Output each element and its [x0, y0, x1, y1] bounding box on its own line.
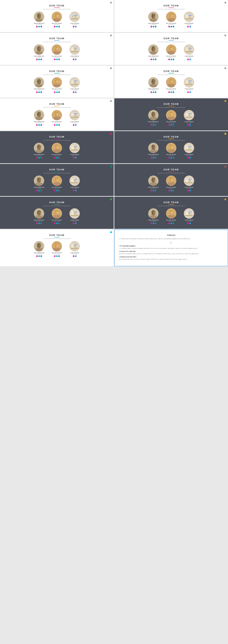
social-icons-william-8: f t in [164, 124, 178, 126]
avatar-william-11 [52, 176, 62, 186]
member-william-5: WILLIAM LARSON Design Manager f t in [50, 77, 64, 93]
slide-6: OUR TEAM You can write your subtitle and… [114, 66, 228, 98]
social-icons-anna-14: f t in [146, 222, 160, 224]
member-william-1: WILLIAM LARSON Design Manager f t in [50, 12, 64, 28]
svg-rect-6 [55, 13, 56, 18]
social-icons-laura-3: f t [68, 59, 82, 60]
slide-dot-13 [110, 198, 112, 200]
avatar-anna-6 [148, 77, 158, 88]
social-icons-anna-1: f t in [32, 26, 46, 28]
svg-rect-126 [170, 111, 171, 116]
member-role-william-6: Design Manager [164, 90, 178, 91]
member-role-william-5: Design Manager [50, 90, 64, 91]
avatar-laura-10 [184, 143, 194, 153]
svg-point-174 [40, 180, 40, 181]
svg-rect-68 [185, 51, 193, 52]
svg-rect-133 [188, 113, 192, 114]
svg-point-230 [171, 212, 172, 213]
member-william-4: WILLIAM LARSON Design Manager f t in [164, 44, 178, 60]
member-name-laura-15: LAURA HENSON [68, 252, 82, 254]
social-icon-tw-l[interactable]: t [75, 26, 76, 28]
social-icons-anna-4: f t in [146, 59, 160, 60]
avatar-anna-8 [148, 110, 158, 120]
member-name-anna-7: ANNA ROBERTSON [32, 121, 46, 122]
slide-title-15: OUR TEAM [5, 234, 108, 236]
social-icon-fb-l[interactable]: f [73, 26, 74, 28]
member-anna-12: ANNA ROBERTSON General Manager f t in [146, 176, 160, 192]
avatar-laura-15 [70, 241, 80, 252]
member-role-laura-14: Dev. Manager [182, 221, 196, 222]
social-icons-william-14: f t in [164, 222, 178, 224]
social-icons-laura-9: f t [68, 157, 82, 158]
avatar-laura-1 [70, 12, 80, 22]
svg-rect-88 [152, 80, 153, 83]
slide-title-7: OUR TEAM [5, 103, 108, 105]
member-anna-15: ANNA ROBERTSON General Manager f t in [32, 241, 46, 257]
member-role-laura-9: Dev. Manager [68, 156, 82, 156]
svg-rect-201 [188, 179, 192, 180]
korean-slide-title: 저작권 공고 [119, 234, 223, 236]
slide-underline-4 [168, 40, 174, 41]
svg-rect-84 [74, 83, 77, 84]
social-icons-anna-11: f t in [32, 190, 46, 192]
member-name-laura-6: LAURA HENSON [182, 88, 196, 90]
svg-rect-92 [170, 78, 171, 84]
svg-rect-204 [185, 182, 193, 183]
svg-point-145 [57, 146, 58, 148]
avatar-william-6 [166, 77, 176, 88]
slide-dot-15 [110, 231, 112, 233]
svg-rect-59 [170, 46, 173, 48]
svg-rect-237 [188, 214, 192, 214]
slide-underline-3 [54, 40, 60, 41]
svg-point-191 [154, 180, 155, 181]
svg-rect-39 [36, 52, 42, 55]
slide-title-3: OUR TEAM [5, 37, 108, 40]
svg-rect-243 [36, 248, 42, 252]
member-name-william-13: WILLIAM LARSON [50, 220, 64, 220]
slide-underline-9 [54, 139, 60, 139]
social-icon-fb-w[interactable]: f [54, 26, 56, 28]
slide-2: OUR TEAM You can write your subtitle and… [114, 0, 228, 32]
member-name-anna-6: ANNA ROBERTSON [146, 88, 160, 90]
social-icons-laura-5: f t [68, 92, 82, 93]
team-members-14: ANNA ROBERTSON General Manager f t in WI… [120, 208, 223, 224]
social-icon-in[interactable]: in [40, 26, 42, 28]
social-icon-fb[interactable]: f [36, 26, 38, 28]
svg-rect-183 [72, 179, 74, 182]
avatar-william-15 [52, 241, 62, 252]
slide-dot-10 [224, 133, 226, 135]
slide-dot-6 [224, 67, 226, 69]
svg-rect-195 [170, 178, 173, 179]
member-role-william-4: Design Manager [164, 57, 178, 58]
avatar-william-8 [166, 110, 176, 120]
svg-rect-37 [38, 47, 38, 50]
avatar-william-10 [166, 143, 176, 153]
avatar-laura-14 [184, 208, 194, 219]
svg-rect-105 [38, 112, 38, 116]
svg-rect-90 [150, 84, 157, 88]
slide-5: OUR TEAM You can write your subtitle and… [0, 66, 114, 98]
svg-rect-253 [74, 246, 76, 246]
member-role-william-8: Design Manager [164, 122, 178, 124]
slide-underline-11 [54, 172, 60, 172]
social-icons-william-9: f t in [50, 157, 64, 158]
team-members-12: ANNA ROBERTSON General Manager f t in WI… [120, 176, 223, 192]
member-laura-12: LAURA HENSON Dev. Manager f t [182, 176, 196, 192]
svg-rect-41 [55, 46, 56, 51]
avatar-laura-3 [70, 44, 80, 55]
member-anna-14: ANNA ROBERTSON General Manager f t in [146, 208, 160, 224]
svg-rect-138 [37, 144, 41, 150]
social-icon-tw[interactable]: t [38, 26, 40, 28]
slide-title-8: OUR TEAM [120, 103, 223, 105]
social-icon-tw-w[interactable]: t [56, 26, 58, 28]
svg-point-157 [154, 147, 155, 148]
member-role-laura-4: Dev. Manager [182, 57, 196, 58]
member-anna-1: ANNA ROBERTSON General Manager f t in [32, 12, 46, 28]
member-name-laura-9: LAURA HENSON [68, 154, 82, 155]
svg-rect-99 [188, 80, 192, 81]
member-role-laura-13: Dev. Manager [68, 221, 82, 222]
svg-rect-166 [186, 146, 188, 150]
member-laura-13: LAURA HENSON Dev. Manager f t [68, 208, 82, 224]
social-icon-in-w[interactable]: in [58, 26, 60, 28]
svg-rect-34 [185, 18, 193, 19]
